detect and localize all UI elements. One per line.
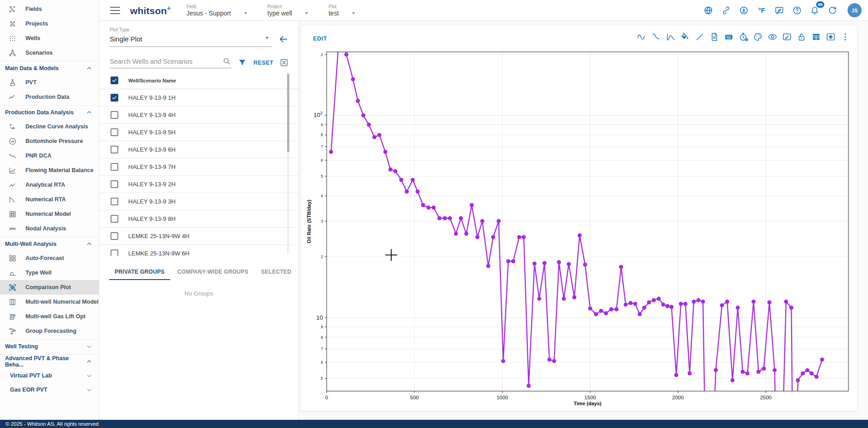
well-row-haley-9-13-9-6h[interactable]: HALEY 9-13-9 6H	[99, 141, 298, 158]
flowing-material-balance-icon	[8, 166, 17, 175]
header-icons: °F69JS	[703, 3, 862, 17]
caret-down-icon	[263, 34, 271, 44]
sidebar-section-multi-well-analysis[interactable]: Multi-Well Analysis	[0, 237, 99, 251]
checkbox-unchecked[interactable]	[111, 128, 118, 136]
well-row-haley-9-13-9-3h[interactable]: HALEY 9-13-9 3H	[99, 193, 298, 210]
y-axis-title: Oil Rate (STB/day)	[306, 199, 312, 243]
tab-company-wide-groups[interactable]: COMPANY-WIDE GROUPS	[172, 265, 254, 280]
sidebar-item-wells[interactable]: Wells	[0, 31, 99, 46]
caret-down-icon	[242, 10, 249, 17]
search-box	[110, 57, 232, 68]
checkbox-unchecked[interactable]	[111, 163, 118, 171]
deselect-all-icon[interactable]	[279, 58, 289, 68]
collapse-panel-arrow-icon[interactable]	[278, 34, 289, 45]
sidebar-item-decline-curve-analysis[interactable]: Decline Curve Analysis	[0, 119, 99, 134]
filter-icon[interactable]	[237, 58, 247, 68]
sidebar-item-flowing-material-balance[interactable]: Flowing Material Balance	[0, 163, 99, 178]
sidebar-item-bottomhole-pressure[interactable]: Bottomhole Pressure	[0, 134, 99, 148]
svg-text:5: 5	[321, 376, 323, 381]
tab-selected[interactable]: SELECTED	[256, 265, 297, 280]
group-tabs: PRIVATE GROUPSCOMPANY-WIDE GROUPSSELECTE…	[109, 265, 298, 280]
sidebar-subsection-gas-eor-pvt[interactable]: Gas EOR PVT	[0, 382, 99, 397]
well-row-lemke-25-13n-9w-4h[interactable]: LEMKE 25-13N-9W 4H	[99, 228, 298, 245]
checkbox-unchecked[interactable]	[111, 232, 118, 240]
analytical-rta-icon	[8, 180, 17, 189]
sidebar-item-multi-well-numerical-model[interactable]: Multi-well Numerical Model	[0, 295, 99, 309]
svg-text:8: 8	[321, 132, 323, 137]
well-row-haley-9-13-9-8h[interactable]: HALEY 9-13-9 8H	[99, 210, 298, 228]
plot-type-select[interactable]: Single Plot	[110, 32, 272, 47]
sidebar-item-projects[interactable]: Projects	[0, 16, 99, 31]
sidebar-item-type-well[interactable]: Type Well	[0, 265, 99, 280]
sidebar-item-auto-forecast[interactable]: Auto-Forecast	[0, 251, 99, 265]
checkbox-unchecked[interactable]	[111, 111, 118, 119]
download-icon[interactable]	[738, 5, 749, 16]
main-area: EDIT 21029876543210987650500100015002000…	[299, 21, 868, 420]
checkbox-checked[interactable]	[111, 94, 118, 102]
sidebar-item-numerical-model[interactable]: Numerical Model	[0, 207, 99, 221]
sidebar-item-fields[interactable]: Fields	[0, 2, 99, 16]
group-forecasting-icon	[8, 326, 17, 336]
search-icon	[222, 57, 232, 66]
svg-text:1000: 1000	[496, 395, 508, 400]
sidebar-section-production-data-analysis[interactable]: Production Data Analysis	[0, 105, 99, 119]
chevron-up-icon	[86, 358, 92, 365]
checkbox-unchecked[interactable]	[111, 198, 118, 205]
tab-private-groups[interactable]: PRIVATE GROUPS	[109, 265, 170, 280]
link-icon[interactable]	[721, 5, 732, 16]
sidebar-subsection-virtual-pvt-lab[interactable]: Virtual PVT Lab	[0, 368, 99, 382]
multiwell-gas-lift-icon	[8, 312, 17, 321]
help-icon[interactable]	[792, 5, 802, 16]
search-input[interactable]	[110, 58, 222, 65]
numerical-model-icon	[8, 209, 17, 219]
sidebar-section-well-testing[interactable]: Well Testing	[0, 339, 99, 353]
checkbox-unchecked[interactable]	[111, 215, 118, 223]
sidebar-item-comparison-plot[interactable]: Comparison Plot	[0, 280, 99, 295]
plot-selector[interactable]: Plottest	[328, 4, 357, 17]
well-row-haley-9-13-9-4h[interactable]: HALEY 9-13-9 4H	[99, 107, 298, 124]
plot-canvas[interactable]: 210298765432109876505001000150020002500O…	[301, 25, 858, 412]
svg-text:2500: 2500	[760, 395, 772, 400]
sidebar-item-pvt[interactable]: PVT	[0, 75, 99, 90]
wells-icon	[8, 34, 17, 43]
well-row-lemke-25-13n-9w-6h[interactable]: LEMKE 25-13N-9W 6H	[99, 245, 298, 256]
sidebar-section-advanced-pvt-phase-beha[interactable]: Advanced PVT & Phase Beha...	[0, 354, 99, 368]
svg-text:0: 0	[325, 395, 328, 400]
feedback-icon[interactable]	[774, 5, 785, 16]
checkbox-unchecked[interactable]	[111, 180, 118, 188]
well-row-haley-9-13-9-1h[interactable]: HALEY 9-13-9 1H	[99, 89, 298, 107]
temperature-unit-icon[interactable]: °F	[756, 5, 767, 16]
well-row-haley-9-13-9-5h[interactable]: HALEY 9-13-9 5H	[99, 124, 298, 141]
nodal-analysis-icon	[8, 224, 17, 233]
sidebar-item-nodal-analysis[interactable]: Nodal Analysis	[0, 221, 99, 236]
sidebar-item-analytical-rta[interactable]: Analytical RTA	[0, 178, 99, 192]
sidebar-item-production-data[interactable]: Production Data	[0, 90, 99, 104]
sidebar-item-numerical-rta[interactable]: Numerical RTA	[0, 192, 99, 207]
sidebar-section-main-data-models[interactable]: Main Data & Models	[0, 61, 99, 75]
svg-text:9: 9	[321, 325, 323, 329]
sidebar-item-multi-well-gas-lift-opt[interactable]: Multi-well Gas Lift Opt	[0, 309, 99, 324]
chart-card: EDIT 21029876543210987650500100015002000…	[300, 25, 858, 411]
checkbox-unchecked[interactable]	[111, 146, 118, 153]
avatar[interactable]: JS	[848, 3, 862, 17]
sidebar-item-group-forecasting[interactable]: Group Forecasting	[0, 324, 99, 338]
checkbox-unchecked[interactable]	[111, 250, 118, 256]
svg-text:102: 102	[313, 111, 323, 118]
well-row-haley-9-13-9-2h[interactable]: HALEY 9-13-9 2H	[99, 176, 298, 193]
caret-down-icon	[350, 10, 357, 17]
x-axis-title: Time (days)	[574, 401, 601, 406]
reset-button[interactable]: RESET	[253, 60, 273, 66]
checkbox-checked[interactable]	[111, 76, 118, 84]
refresh-icon[interactable]	[827, 5, 838, 16]
sidebar-item-scenarios[interactable]: Scenarios	[0, 46, 99, 60]
well-row-haley-9-13-9-7h[interactable]: HALEY 9-13-9 7H	[99, 158, 298, 176]
field-selector[interactable]: FieldJesus - Support	[187, 4, 249, 17]
app-root: FieldsProjectsWellsScenariosMain Data & …	[0, 0, 868, 428]
pvt-icon	[8, 78, 17, 87]
globe-icon[interactable]	[703, 5, 714, 16]
project-selector[interactable]: Projecttype well	[267, 4, 310, 17]
sidebar-item-pnr-dca[interactable]: PNR DCA	[0, 148, 99, 163]
menu-icon[interactable]	[110, 7, 120, 14]
scrollbar-thumb[interactable]	[287, 74, 289, 152]
bell-icon[interactable]: 69	[809, 5, 820, 16]
